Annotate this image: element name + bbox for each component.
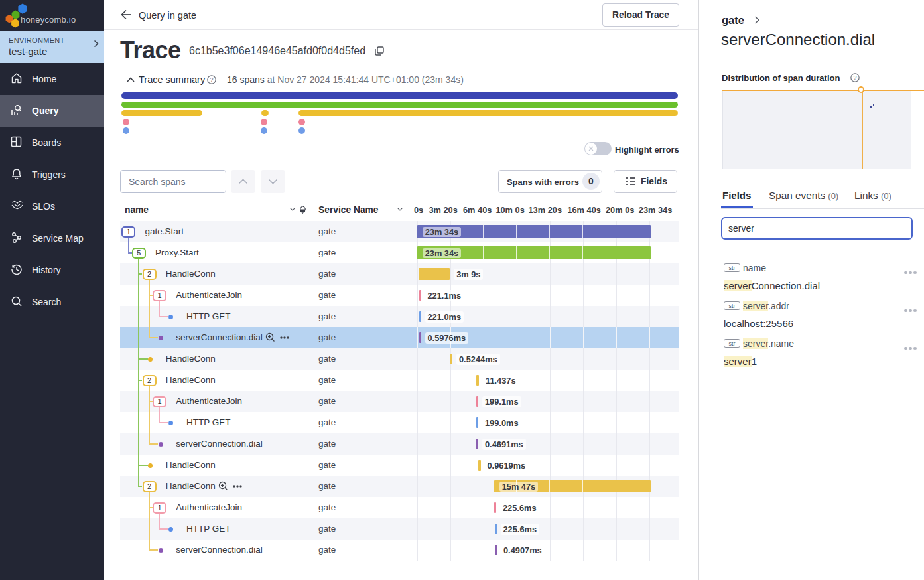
- svg-text:?: ?: [853, 74, 856, 81]
